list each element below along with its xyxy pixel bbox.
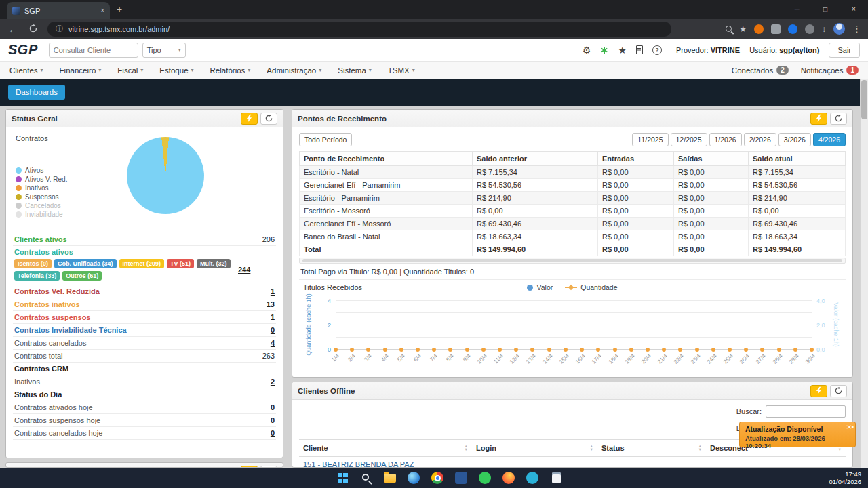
update-toast[interactable]: Atualização Disponível Atualizado em: 28…	[739, 422, 856, 447]
logout-button[interactable]: Sair	[829, 43, 860, 58]
notifications-status[interactable]: Notificações 1	[801, 66, 859, 75]
status-row-value[interactable]: 0	[271, 403, 275, 411]
column-header[interactable]: Entradas	[598, 152, 674, 166]
month-button-1/2026[interactable]: 1/2026	[709, 133, 742, 146]
help-icon[interactable]: ?	[652, 45, 662, 55]
taskbar-icon-app-teal[interactable]	[524, 469, 541, 487]
month-button-4/2026[interactable]: 4/2026	[813, 133, 846, 146]
table-cell: R$ 7.155,34	[749, 166, 846, 179]
taskbar-icon-windows-start[interactable]	[334, 469, 351, 487]
extension-icon-1[interactable]	[754, 24, 764, 34]
favorites-star-icon[interactable]: ★	[618, 45, 627, 56]
contract-type-badge[interactable]: Outros (61)	[62, 271, 102, 281]
nav-item-clientes[interactable]: Clientes▾	[9, 66, 43, 75]
contract-type-badge[interactable]: Isentos (0)	[14, 259, 52, 268]
reload-button[interactable]	[27, 24, 39, 35]
extension-icon-3[interactable]	[788, 24, 797, 34]
client-link[interactable]: 151 - BEATRIZ BRENDA DA PAZ	[303, 460, 414, 468]
taskbar-clock[interactable]: 17:49 01/04/2026	[829, 470, 861, 485]
status-row-value[interactable]: 0	[271, 416, 275, 424]
month-button-3/2026[interactable]: 3/2026	[778, 133, 811, 146]
status-row-value[interactable]: 2	[271, 378, 275, 386]
browser-tab[interactable]: SGP ×	[7, 2, 110, 19]
taskbar-icon-notepad[interactable]	[547, 469, 565, 487]
column-header[interactable]: Saldo anterior	[473, 152, 598, 166]
legend-item-quantidade[interactable]: Quantidade	[565, 283, 617, 291]
window-close-button[interactable]: ×	[840, 0, 868, 19]
scrollbar-thumb[interactable]	[861, 80, 867, 119]
contract-type-badge[interactable]: TV (51)	[167, 259, 194, 268]
column-header[interactable]: Status▲▼	[597, 440, 706, 457]
taskbar-icon-whatsapp[interactable]	[476, 469, 494, 487]
contratos-ativos-total[interactable]: 244	[238, 266, 250, 274]
bookmark-star-icon[interactable]: ★	[739, 24, 747, 34]
horizontal-scrollbar[interactable]	[299, 258, 846, 264]
todo-periodo-button[interactable]: Todo Período	[299, 133, 352, 146]
extension-icon-2[interactable]	[771, 24, 781, 34]
quick-action-button[interactable]	[810, 385, 827, 397]
downloads-icon[interactable]: ↓	[822, 24, 826, 34]
dashboards-button[interactable]: Dashboards	[8, 85, 65, 100]
status-row-value[interactable]: 1	[271, 287, 275, 296]
window-maximize-button[interactable]: □	[811, 0, 840, 19]
taskbar-icon-search[interactable]	[357, 469, 375, 487]
connection-status-icon[interactable]	[600, 46, 608, 54]
zoom-icon[interactable]	[726, 26, 732, 32]
contract-type-badge[interactable]: Telefonia (33)	[14, 271, 60, 281]
month-button-2/2026[interactable]: 2/2026	[744, 133, 776, 146]
buscar-input[interactable]	[766, 405, 846, 418]
site-info-icon[interactable]: ⓘ	[56, 24, 63, 34]
column-header[interactable]: Ponto de Recebimento	[300, 152, 473, 166]
status-row-value[interactable]: 4	[271, 339, 275, 347]
scrollbar-thumb[interactable]	[302, 259, 842, 262]
page-scrollbar[interactable]	[860, 79, 868, 468]
column-header[interactable]: Cliente▲▼	[299, 440, 472, 457]
sgp-logo[interactable]: SGP	[8, 42, 38, 58]
consultar-cliente-input[interactable]	[49, 43, 138, 58]
status-row-value[interactable]: 0	[271, 326, 275, 334]
nav-item-sistema[interactable]: Sistema▾	[338, 66, 372, 75]
connected-status[interactable]: Conectados 2	[732, 66, 789, 75]
tab-close-icon[interactable]: ×	[100, 7, 104, 14]
settings-gear-icon[interactable]: ⚙	[583, 45, 591, 56]
documents-icon[interactable]	[636, 45, 643, 54]
nav-item-fiscal[interactable]: Fiscal▾	[117, 66, 143, 75]
column-header[interactable]: Login▲▼	[472, 440, 597, 457]
refresh-button[interactable]	[260, 113, 277, 125]
contract-type-badge[interactable]: Cob. Unificada (34)	[54, 259, 117, 268]
browser-menu-icon[interactable]: ⋮	[852, 24, 861, 34]
month-button-12/2025[interactable]: 12/2025	[671, 133, 707, 146]
extensions-puzzle-icon[interactable]	[805, 24, 814, 34]
nav-item-tsmx[interactable]: TSMX▾	[388, 66, 415, 75]
nav-item-administração[interactable]: Administração▾	[267, 66, 321, 75]
status-row-value[interactable]: 0	[271, 429, 275, 437]
back-button[interactable]: ←	[7, 24, 19, 35]
taskbar-icon-firefox[interactable]	[500, 469, 517, 487]
status-row-value[interactable]: 1	[271, 313, 275, 321]
status-row-value[interactable]: 13	[267, 300, 275, 308]
taskbar-icon-edge[interactable]	[405, 469, 422, 487]
nav-item-relatórios[interactable]: Relatórios▾	[210, 66, 251, 75]
column-header[interactable]: Saídas	[674, 152, 749, 166]
contracts-pie-chart[interactable]	[127, 137, 204, 214]
new-tab-button[interactable]: +	[117, 4, 122, 15]
quick-action-button[interactable]	[241, 113, 258, 125]
legend-item-valor[interactable]: Valor	[527, 283, 553, 291]
tipo-select[interactable]: Tipo ▾	[142, 43, 186, 58]
column-header[interactable]: Saldo atual	[749, 152, 846, 166]
quick-action-button[interactable]	[810, 113, 827, 125]
refresh-button[interactable]	[830, 385, 847, 397]
contract-type-badge[interactable]: Mult. (32)	[197, 259, 231, 268]
address-bar[interactable]: ⓘ vitrine.sgp.tsmx.com.br/admin/	[47, 22, 671, 37]
window-minimize-button[interactable]: ─	[783, 0, 811, 19]
toast-expand-button[interactable]: >>	[846, 424, 854, 430]
profile-avatar[interactable]	[833, 23, 845, 35]
contract-type-badge[interactable]: Internet (209)	[119, 259, 165, 268]
month-button-11/2025[interactable]: 11/2025	[632, 133, 668, 146]
nav-item-estoque[interactable]: Estoque▾	[159, 66, 193, 75]
refresh-button[interactable]	[830, 113, 847, 125]
taskbar-icon-chrome[interactable]	[429, 469, 446, 487]
taskbar-icon-app-blue[interactable]	[452, 469, 470, 487]
nav-item-financeiro[interactable]: Financeiro▾	[60, 66, 102, 75]
taskbar-icon-file-explorer[interactable]	[381, 469, 399, 487]
